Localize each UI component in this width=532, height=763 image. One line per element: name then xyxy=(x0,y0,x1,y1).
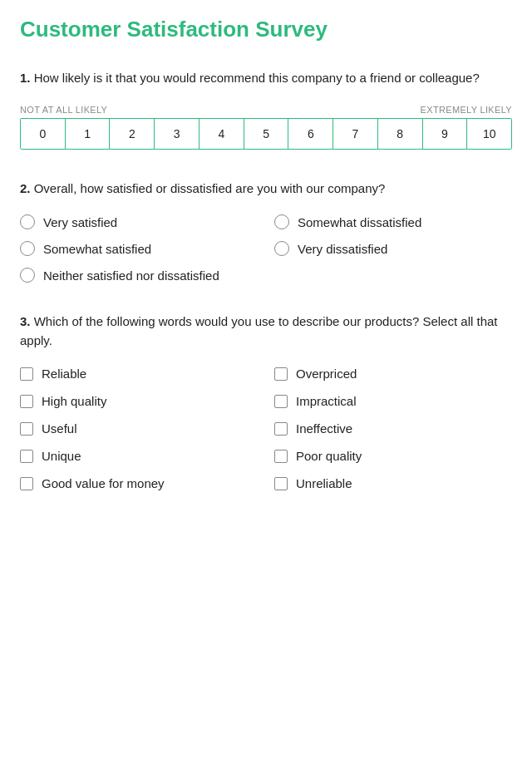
checkbox-label: Unique xyxy=(42,449,81,463)
question-3-body: Which of the following words would you u… xyxy=(20,314,498,347)
radio-label: Very satisfied xyxy=(43,215,117,229)
nps-10[interactable]: 10 xyxy=(467,119,511,149)
question-2-body: Overall, how satisfied or dissatisfied a… xyxy=(34,181,386,195)
nps-6[interactable]: 6 xyxy=(288,119,333,149)
radio-circle xyxy=(20,214,35,229)
question-1-text: 1. How likely is it that you would recom… xyxy=(20,69,512,88)
nps-7[interactable]: 7 xyxy=(333,119,378,149)
checkbox-ineffective[interactable]: Ineffective xyxy=(274,421,512,436)
nps-label-left: NOT AT ALL LIKELY xyxy=(20,105,107,115)
checkbox-label: Impractical xyxy=(296,394,357,408)
checkbox-label: High quality xyxy=(42,394,106,408)
checkbox-square xyxy=(274,450,288,463)
checkbox-square xyxy=(274,422,288,436)
checkbox-label: Overpriced xyxy=(296,367,357,381)
nps-4[interactable]: 4 xyxy=(200,119,244,149)
checkbox-impractical[interactable]: Impractical xyxy=(274,394,512,408)
radio-label: Very dissatisfied xyxy=(298,242,387,256)
checkbox-label: Good value for money xyxy=(42,476,165,490)
nps-8[interactable]: 8 xyxy=(378,119,423,149)
radio-circle xyxy=(20,268,35,283)
nps-labels: NOT AT ALL LIKELY EXTREMELY LIKELY xyxy=(20,105,512,115)
checkbox-grid: Reliable Overpriced High quality Impract… xyxy=(20,367,512,490)
checkbox-label: Reliable xyxy=(42,367,86,381)
checkbox-label: Useful xyxy=(42,421,77,436)
checkbox-square xyxy=(20,395,33,408)
nps-label-right: EXTREMELY LIKELY xyxy=(421,105,512,115)
radio-somewhat-dissatisfied[interactable]: Somewhat dissatisfied xyxy=(274,214,512,229)
checkbox-reliable[interactable]: Reliable xyxy=(20,367,258,381)
radio-label: Somewhat satisfied xyxy=(43,242,151,256)
question-1-body: How likely is it that you would recommen… xyxy=(34,71,480,85)
checkbox-useful[interactable]: Useful xyxy=(20,421,258,436)
survey-title: Customer Satisfaction Survey xyxy=(20,17,512,42)
checkbox-poor-quality[interactable]: Poor quality xyxy=(274,449,512,463)
nps-1[interactable]: 1 xyxy=(66,119,111,149)
checkbox-label: Unreliable xyxy=(296,476,352,490)
checkbox-unique[interactable]: Unique xyxy=(20,449,258,463)
checkbox-square xyxy=(20,450,33,463)
checkbox-unreliable[interactable]: Unreliable xyxy=(274,476,512,490)
radio-neither[interactable]: Neither satisfied nor dissatisfied xyxy=(20,268,512,283)
checkbox-square xyxy=(20,367,33,381)
question-2-text: 2. Overall, how satisfied or dissatisfie… xyxy=(20,180,512,199)
nps-3[interactable]: 3 xyxy=(155,119,200,149)
nps-0[interactable]: 0 xyxy=(21,119,66,149)
checkbox-square xyxy=(20,422,33,436)
radio-circle xyxy=(274,214,289,229)
checkbox-label: Poor quality xyxy=(296,449,362,463)
nps-2[interactable]: 2 xyxy=(110,119,155,149)
checkbox-overpriced[interactable]: Overpriced xyxy=(274,367,512,381)
nps-scale: 0 1 2 3 4 5 6 7 8 9 10 xyxy=(20,118,512,150)
radio-very-dissatisfied[interactable]: Very dissatisfied xyxy=(274,241,512,256)
nps-9[interactable]: 9 xyxy=(423,119,468,149)
checkbox-good-value[interactable]: Good value for money xyxy=(20,476,258,490)
radio-circle xyxy=(274,241,289,256)
question-2-number: 2. xyxy=(20,181,31,195)
nps-container: NOT AT ALL LIKELY EXTREMELY LIKELY 0 1 2… xyxy=(20,105,512,150)
radio-circle xyxy=(20,241,35,256)
checkbox-square xyxy=(274,367,288,381)
question-3-number: 3. xyxy=(20,314,31,328)
radio-label: Somewhat dissatisfied xyxy=(298,215,421,229)
question-3-text: 3. Which of the following words would yo… xyxy=(20,313,512,350)
question-2: 2. Overall, how satisfied or dissatisfie… xyxy=(20,180,512,283)
nps-5[interactable]: 5 xyxy=(244,119,289,149)
question-1: 1. How likely is it that you would recom… xyxy=(20,69,512,150)
radio-grid: Very satisfied Somewhat dissatisfied Som… xyxy=(20,214,512,283)
question-3: 3. Which of the following words would yo… xyxy=(20,313,512,490)
checkbox-square xyxy=(274,477,288,490)
checkbox-high-quality[interactable]: High quality xyxy=(20,394,258,408)
question-1-number: 1. xyxy=(20,71,31,85)
checkbox-square xyxy=(274,395,288,408)
checkbox-square xyxy=(20,477,33,490)
radio-label: Neither satisfied nor dissatisfied xyxy=(43,268,219,283)
checkbox-label: Ineffective xyxy=(296,421,352,436)
radio-somewhat-satisfied[interactable]: Somewhat satisfied xyxy=(20,241,258,256)
radio-very-satisfied[interactable]: Very satisfied xyxy=(20,214,258,229)
